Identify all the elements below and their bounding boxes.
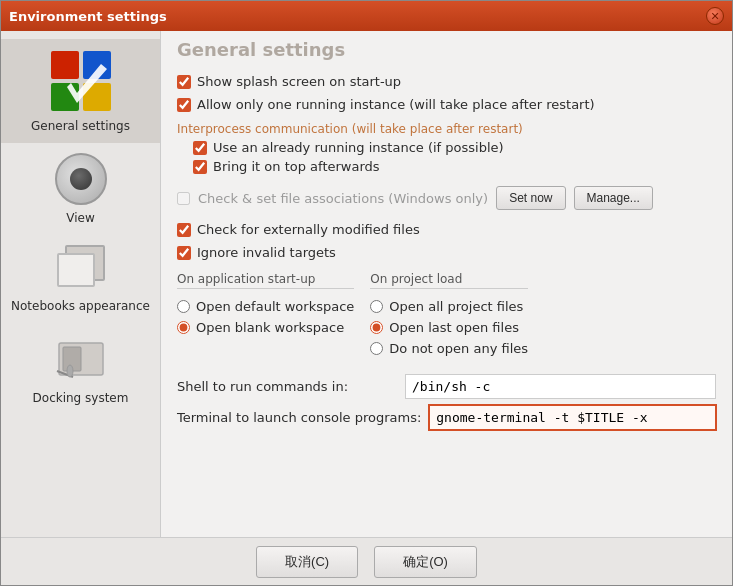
file-assoc-checkbox [177, 192, 190, 205]
ipc-title: Interprocess communication (will take pl… [177, 122, 716, 136]
no-files-radio[interactable] [370, 342, 383, 355]
bring-top-row: Bring it on top afterwards [193, 159, 716, 174]
all-files-label: Open all project files [389, 299, 523, 314]
ok-button[interactable]: 确定(O) [374, 546, 477, 578]
shell-label: Shell to run commands in: [177, 379, 397, 394]
last-files-label: Open last open files [389, 320, 519, 335]
project-load-radio-group: On project load Open all project files O… [370, 272, 528, 356]
cancel-button[interactable]: 取消(C) [256, 546, 358, 578]
titlebar: Environment settings ✕ [1, 1, 732, 31]
last-files-radio[interactable] [370, 321, 383, 334]
blank-ws-label: Open blank workspace [196, 320, 344, 335]
instance-checkbox-row: Allow only one running instance (will ta… [177, 97, 716, 112]
sidebar-item-general-label: General settings [31, 119, 130, 133]
instance-checkbox[interactable] [177, 98, 191, 112]
blank-ws-radio[interactable] [177, 321, 190, 334]
notebooks-icon-front [57, 253, 95, 287]
splash-checkbox-row: Show splash screen on start-up [177, 74, 716, 89]
startup-section: On application start-up Open default wor… [177, 272, 716, 356]
shell-row: Shell to run commands in: [177, 374, 716, 399]
section-title: General settings [177, 39, 716, 60]
instance-label: Allow only one running instance (will ta… [197, 97, 595, 112]
shell-section: Shell to run commands in: Terminal to la… [177, 374, 716, 430]
startup-blank-ws-row: Open blank workspace [177, 320, 354, 335]
footer: 取消(C) 确定(O) [1, 537, 732, 585]
view-icon [55, 153, 107, 205]
no-files-label: Do not open any files [389, 341, 528, 356]
set-now-button[interactable]: Set now [496, 186, 565, 210]
bring-top-checkbox[interactable] [193, 160, 207, 174]
sidebar-item-notebooks[interactable]: Notebooks appearance [1, 235, 160, 323]
general-settings-icon [49, 49, 113, 113]
bring-top-label: Bring it on top afterwards [213, 159, 380, 174]
project-all-files-row: Open all project files [370, 299, 528, 314]
terminal-label: Terminal to launch console programs: [177, 410, 421, 425]
file-assoc-label: Check & set file associations (Windows o… [198, 191, 488, 206]
splash-checkbox[interactable] [177, 75, 191, 89]
docking-icon [55, 333, 107, 385]
sidebar-item-view[interactable]: View [1, 143, 160, 235]
use-running-checkbox[interactable] [193, 141, 207, 155]
sidebar: General settings View Notebooks appearan… [1, 31, 161, 537]
shell-input[interactable] [405, 374, 716, 399]
close-button[interactable]: ✕ [706, 7, 724, 25]
ipc-subsection: Use an already running instance (if poss… [193, 140, 716, 174]
ipc-section: Interprocess communication (will take pl… [177, 116, 716, 178]
svg-point-8 [67, 365, 73, 377]
environment-settings-window: Environment settings ✕ Genera [0, 0, 733, 586]
view-icon-pupil [70, 168, 92, 190]
all-files-radio[interactable] [370, 300, 383, 313]
check-externally-row: Check for externally modified files [177, 222, 716, 237]
project-last-files-row: Open last open files [370, 320, 528, 335]
sidebar-item-general[interactable]: General settings [1, 39, 160, 143]
content-area: General settings View Notebooks appearan… [1, 31, 732, 537]
terminal-input[interactable] [429, 405, 716, 430]
check-externally-checkbox[interactable] [177, 223, 191, 237]
svg-rect-0 [51, 51, 79, 79]
startup-group-title: On application start-up [177, 272, 354, 289]
startup-default-ws-row: Open default workspace [177, 299, 354, 314]
ignore-invalid-checkbox[interactable] [177, 246, 191, 260]
default-ws-label: Open default workspace [196, 299, 354, 314]
sidebar-item-notebooks-label: Notebooks appearance [11, 299, 150, 313]
sidebar-item-docking-label: Docking system [33, 391, 129, 405]
use-running-row: Use an already running instance (if poss… [193, 140, 716, 155]
use-running-label: Use an already running instance (if poss… [213, 140, 504, 155]
manage-button[interactable]: Manage... [574, 186, 653, 210]
main-panel: General settings Show splash screen on s… [161, 31, 732, 537]
notebooks-icon [55, 245, 107, 293]
terminal-row: Terminal to launch console programs: [177, 405, 716, 430]
project-no-files-row: Do not open any files [370, 341, 528, 356]
startup-radio-group: On application start-up Open default wor… [177, 272, 354, 356]
sidebar-item-docking[interactable]: Docking system [1, 323, 160, 415]
project-load-title: On project load [370, 272, 528, 289]
ignore-invalid-label: Ignore invalid targets [197, 245, 336, 260]
window-title: Environment settings [9, 9, 706, 24]
ignore-invalid-row: Ignore invalid targets [177, 245, 716, 260]
splash-label: Show splash screen on start-up [197, 74, 401, 89]
default-ws-radio[interactable] [177, 300, 190, 313]
file-assoc-row: Check & set file associations (Windows o… [177, 186, 716, 210]
sidebar-item-view-label: View [66, 211, 94, 225]
check-externally-label: Check for externally modified files [197, 222, 420, 237]
